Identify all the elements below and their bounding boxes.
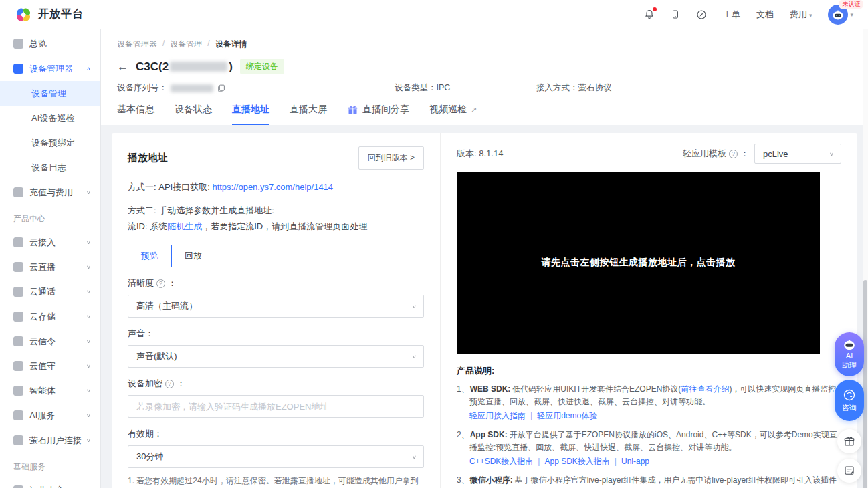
chevron-icon: ∨ [86,437,91,443]
chevron-icon: ∨ [86,363,91,368]
sidebar-item-overview[interactable]: 总览 [0,31,100,56]
page-head: 设备管理器 / 设备管理 / 设备详情 ← C3C(2 ) 绑定设备 设备序列号… [101,29,868,125]
gift-outline-icon [843,435,855,447]
caret-down-icon: ▾ [850,11,853,18]
help-icon[interactable]: ? [729,150,738,158]
chevron-icon: ∨ [86,314,91,319]
sidebar-item-label: 云存储 [29,311,86,323]
consult-button[interactable]: 咨询 [835,380,864,421]
scrollbar-thumb[interactable] [863,280,867,488]
notification-dot [653,7,657,11]
validity-select[interactable]: 30分钟 ∨ [128,445,424,468]
doc-link[interactable]: 轻应用demo体验 [537,411,597,420]
nav-docs[interactable]: 文档 [756,9,774,21]
quality-select[interactable]: 高清（主码流） ∨ [128,295,424,318]
breadcrumb: 设备管理器 / 设备管理 / 设备详情 [117,39,852,50]
sidebar-item-cloud-call[interactable]: 云通话 ∨ [0,279,100,304]
cloud-access-icon [13,237,23,247]
chevron-icon: ∨ [86,338,91,344]
chevron-icon: ∨ [86,412,91,418]
sound-select[interactable]: 声音(默认) ∨ [128,345,424,368]
sidebar-item-device-management[interactable]: 设备管理 [0,81,100,106]
doc-link[interactable]: App SDK接入指南 [544,457,609,466]
scrollbar-track[interactable] [863,29,868,488]
sidebar-item-operation-center[interactable]: 运营中心 ∨ [0,478,100,488]
compass-icon[interactable] [696,9,707,20]
sidebar-item-cloud-guard[interactable]: 云值守 ∨ [0,354,100,378]
sidebar-item-billing[interactable]: 充值与费用 ∨ [0,180,100,205]
template-select[interactable]: pcLive ∨ [754,144,841,164]
encrypt-label: 设备加密 ? ： [128,378,424,390]
breadcrumb-separator: / [207,39,209,50]
sidebar-item-device-prebind[interactable]: 设备预绑定 [0,130,100,155]
player-panel: 版本: 8.1.14 轻应用模板 ? ： pcLive ∨ 请先点击左侧按钮生成… [441,133,857,488]
sidebar-item-label: AI设备巡检 [31,112,91,124]
api-help-link[interactable]: https://open.ys7.com/help/1414 [212,182,333,192]
encrypt-code-input[interactable] [128,395,424,418]
back-to-old-version-button[interactable]: 回到旧版本 > [358,146,424,170]
breadcrumb-device-manager[interactable]: 设备管理器 [117,39,157,50]
headset-icon [843,388,856,402]
tab-video-inspection[interactable]: 视频巡检 ↗ [429,104,477,125]
sidebar: 总览 设备管理器 ∧ 设备管理 AI设备巡检 [0,29,101,488]
brand[interactable]: 开放平台 [15,6,84,23]
sidebar-item-label: AI服务 [29,410,86,422]
breadcrumb-device-detail: 设备详情 [215,39,247,50]
notification-bell-icon[interactable] [644,9,655,20]
sidebar-item-label: 云直播 [29,261,86,273]
sidebar-item-cloud-live[interactable]: 云直播 ∨ [0,255,100,279]
sidebar-item-label: 智能体 [29,385,86,397]
ai-assistant-button[interactable]: AI 助理 [835,332,864,376]
video-player[interactable]: 请先点击左侧按钮生成播放地址后，点击播放 [457,172,820,354]
sidebar-item-label: 充值与费用 [29,187,86,199]
user-avatar[interactable]: 未认证 ▾ [828,5,853,25]
tab-live-address[interactable]: 直播地址 [232,104,269,125]
bind-status-badge: 绑定设备 [240,59,284,74]
sidebar-item-device-manager[interactable]: 设备管理器 ∧ [0,56,100,81]
chevron-icon: ∨ [86,189,91,195]
mobile-icon[interactable] [671,9,680,20]
intro-link[interactable]: 前往查看介绍 [681,384,729,394]
tab-device-status[interactable]: 设备状态 [175,104,212,125]
random-generate-link[interactable]: 随机生成 [167,221,202,231]
sidebar-item-cloud-signal[interactable]: 云信令 ∨ [0,329,100,354]
sidebar-item-label: 云信令 [29,336,86,348]
app-root: 开放平台 工单 文档 费用▾ 未认证 ▾ [0,0,868,488]
sidebar-item-label: 产品中心 [13,213,91,225]
tab-live-share[interactable]: 直播间分享 [347,104,409,125]
feedback-button[interactable] [837,459,861,483]
sidebar-item-device-log[interactable]: 设备日志 [0,155,100,180]
help-icon[interactable]: ? [165,380,174,388]
sound-label: 声音： [128,328,424,340]
sidebar-item-cloud-access[interactable]: 云接入 ∨ [0,230,100,255]
doc-link[interactable]: 轻应用接入指南 [469,411,526,420]
main-content: 设备管理器 / 设备管理 / 设备详情 ← C3C(2 ) 绑定设备 设备序列号… [101,29,868,488]
breadcrumb-device-management[interactable]: 设备管理 [170,39,202,50]
validity-label: 有效期： [128,428,424,440]
sidebar-item-ezviz-user-connect[interactable]: 萤石用户连接 ∨ [0,428,100,453]
sidebar-item-ai-device-inspection[interactable]: AI设备巡检 [0,106,100,130]
tab-basic-info[interactable]: 基本信息 [117,104,154,125]
chevron-icon: ∨ [86,264,91,269]
back-arrow-icon[interactable]: ← [117,60,128,74]
playback-tab[interactable]: 回放 [171,245,215,267]
sidebar-item-ai-service[interactable]: AI服务 ∨ [0,403,100,428]
preview-tab[interactable]: 预览 [128,245,172,267]
nav-billing[interactable]: 费用▾ [790,9,812,21]
chevron-down-icon: ∨ [829,151,834,156]
tab-live-screen[interactable]: 直播大屏 [290,104,327,125]
sidebar-item-label: 云接入 [29,237,86,249]
help-icon[interactable]: ? [156,279,165,288]
external-link-icon: ↗ [471,106,477,114]
sidebar-item-cloud-storage[interactable]: 云存储 ∨ [0,304,100,329]
home-icon [13,39,23,49]
sidebar-item-label: 设备日志 [31,162,91,174]
doc-link[interactable]: Uni-app [621,457,649,466]
verify-status-badge: 未认证 [839,0,863,9]
nav-ticket[interactable]: 工单 [723,9,740,21]
copy-icon[interactable] [217,84,225,93]
sidebar-item-base-service: 基础服务 [0,456,100,478]
doc-link[interactable]: C++SDK接入指南 [469,457,533,466]
sidebar-item-agent[interactable]: 智能体 ∨ [0,378,100,403]
gift-button[interactable] [837,429,861,453]
